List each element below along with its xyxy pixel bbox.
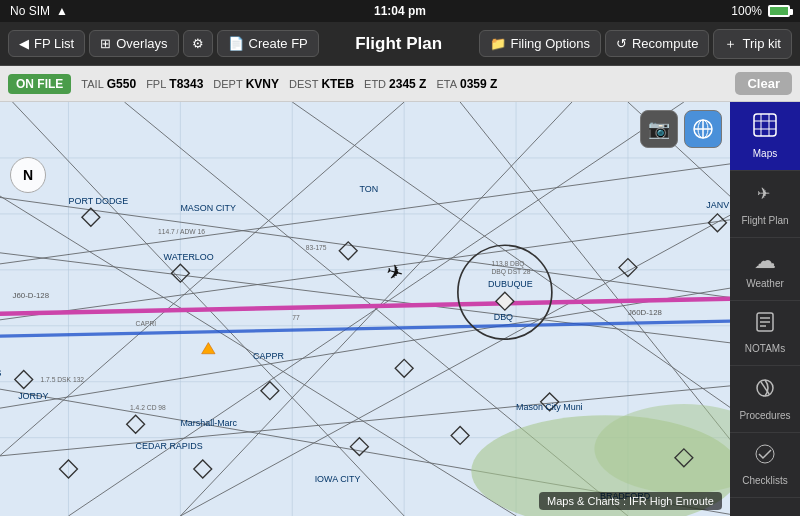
svg-text:83-175: 83-175 <box>306 244 327 251</box>
recompute-button[interactable]: ↺ Recompute <box>605 30 709 57</box>
maps-icon <box>752 112 778 144</box>
etd-label: ETD <box>364 78 386 90</box>
map-svg: ✈ PORT DODGE WATERLOO DUBUQUE CAPPR JORD… <box>0 102 730 516</box>
eta-value: 0359 Z <box>460 77 497 91</box>
sidebar-maps-label: Maps <box>753 148 777 160</box>
recompute-label: Recompute <box>632 36 698 51</box>
filing-options-button[interactable]: 📁 Filing Options <box>479 30 601 57</box>
overlays-label: Overlays <box>116 36 167 51</box>
sidebar-item-checklists[interactable]: Checklists <box>730 433 800 498</box>
svg-point-101 <box>756 445 774 463</box>
settings-button[interactable]: ⚙ <box>183 30 213 57</box>
trip-kit-button[interactable]: ＋ Trip kit <box>713 29 792 59</box>
sidebar-notams-label: NOTAMs <box>745 343 785 355</box>
status-time: 11:04 pm <box>374 4 426 18</box>
recompute-icon: ↺ <box>616 36 627 51</box>
svg-text:Marshall-Marc: Marshall-Marc <box>180 418 237 428</box>
compass: N <box>10 157 46 193</box>
svg-text:JANV: JANV <box>706 200 729 210</box>
svg-text:113.8 DBQ: 113.8 DBQ <box>491 260 524 268</box>
battery-label: 100% <box>731 4 762 18</box>
battery-icon <box>768 5 790 17</box>
gear-icon: ⚙ <box>192 36 204 51</box>
svg-text:114.7 / ADW 16: 114.7 / ADW 16 <box>158 228 205 235</box>
sidebar-item-procedures[interactable]: Procedures <box>730 366 800 433</box>
create-fp-button[interactable]: 📄 Create FP <box>217 30 319 57</box>
checklists-icon <box>754 443 776 471</box>
svg-text:DBQ: DBQ <box>494 312 513 322</box>
on-file-badge: ON FILE <box>8 74 71 94</box>
dept-group: DEPT KVNY <box>213 77 279 91</box>
trip-kit-icon: ＋ <box>724 35 737 53</box>
svg-text:WATERLOO: WATERLOO <box>164 252 214 262</box>
etd-value: 2345 Z <box>389 77 426 91</box>
dest-group: DEST KTEB <box>289 77 354 91</box>
svg-text:J60-D-128: J60-D-128 <box>13 291 50 300</box>
svg-text:5 NONES: 5 NONES <box>0 368 1 378</box>
weather-icon: ☁ <box>754 248 776 274</box>
svg-text:1.4.2 CD 98: 1.4.2 CD 98 <box>130 404 166 411</box>
clear-button[interactable]: Clear <box>735 72 792 95</box>
svg-text:CEDAR RAPIDS: CEDAR RAPIDS <box>136 441 203 451</box>
map-overlay-buttons: 📷 <box>640 110 722 148</box>
svg-text:1.7.5 DSK 132: 1.7.5 DSK 132 <box>41 376 85 383</box>
create-fp-label: Create FP <box>249 36 308 51</box>
svg-text:IOWA CITY: IOWA CITY <box>315 474 361 484</box>
sidebar-item-notams[interactable]: NOTAMs <box>730 301 800 366</box>
camera-button[interactable]: 📷 <box>640 110 678 148</box>
sidebar-flight-plan-label: Flight Plan <box>741 215 788 227</box>
dest-label: DEST <box>289 78 318 90</box>
overlays-icon: ⊞ <box>100 36 111 51</box>
map-area[interactable]: ✈ PORT DODGE WATERLOO DUBUQUE CAPPR JORD… <box>0 102 730 516</box>
filing-options-label: Filing Options <box>511 36 590 51</box>
fpl-value: T8343 <box>169 77 203 91</box>
flight-plan-icon: ✈ <box>753 181 777 211</box>
overlays-button[interactable]: ⊞ Overlays <box>89 30 178 57</box>
notams-icon <box>754 311 776 339</box>
fpl-group: FPL T8343 <box>146 77 203 91</box>
trip-kit-label: Trip kit <box>742 36 781 51</box>
sidebar-item-maps[interactable]: Maps <box>730 102 800 171</box>
svg-text:CAPRI: CAPRI <box>136 320 157 327</box>
eta-label: ETA <box>436 78 457 90</box>
svg-text:✈: ✈ <box>757 185 770 202</box>
fp-list-button[interactable]: ◀ FP List <box>8 30 85 57</box>
svg-text:J60D-128: J60D-128 <box>628 308 663 317</box>
svg-text:Mason City Muni: Mason City Muni <box>516 402 583 412</box>
tail-group: TAIL G550 <box>81 77 136 91</box>
create-fp-icon: 📄 <box>228 36 244 51</box>
map-toggle-button[interactable] <box>684 110 722 148</box>
svg-text:PORT DODGE: PORT DODGE <box>68 196 128 206</box>
tail-label: TAIL <box>81 78 103 90</box>
svg-text:CAPPR: CAPPR <box>253 351 284 361</box>
svg-text:JORDY: JORDY <box>18 391 48 401</box>
toolbar-title: Flight Plan <box>323 34 475 54</box>
svg-text:MASON CITY: MASON CITY <box>180 203 236 213</box>
sidebar-item-weather[interactable]: ☁ Weather <box>730 238 800 301</box>
filing-icon: 📁 <box>490 36 506 51</box>
dept-value: KVNY <box>246 77 279 91</box>
map-chart-label: Maps & Charts : IFR High Enroute <box>539 492 722 510</box>
sidebar-checklists-label: Checklists <box>742 475 788 487</box>
flight-info-bar: ON FILE TAIL G550 FPL T8343 DEPT KVNY DE… <box>0 66 800 102</box>
wifi-icon: ▲ <box>56 4 68 18</box>
svg-text:TON: TON <box>359 184 378 194</box>
etd-group: ETD 2345 Z <box>364 77 426 91</box>
svg-rect-90 <box>754 114 776 136</box>
toolbar: ◀ FP List ⊞ Overlays ⚙ 📄 Create FP Fligh… <box>0 22 800 66</box>
tail-value: G550 <box>107 77 136 91</box>
svg-text:DUBUQUE: DUBUQUE <box>488 279 533 289</box>
dest-value: KTEB <box>321 77 354 91</box>
carrier-label: No SIM <box>10 4 50 18</box>
sidebar-weather-label: Weather <box>746 278 784 290</box>
svg-text:DBQ DST 28: DBQ DST 28 <box>491 268 530 276</box>
status-bar: No SIM ▲ 11:04 pm 100% <box>0 0 800 22</box>
fpl-label: FPL <box>146 78 166 90</box>
fp-list-icon: ◀ <box>19 36 29 51</box>
sidebar-item-flight-plan[interactable]: ✈ Flight Plan <box>730 171 800 238</box>
dept-label: DEPT <box>213 78 242 90</box>
eta-group: ETA 0359 Z <box>436 77 497 91</box>
procedures-icon <box>753 376 777 406</box>
fp-list-label: FP List <box>34 36 74 51</box>
sidebar-procedures-label: Procedures <box>739 410 790 422</box>
